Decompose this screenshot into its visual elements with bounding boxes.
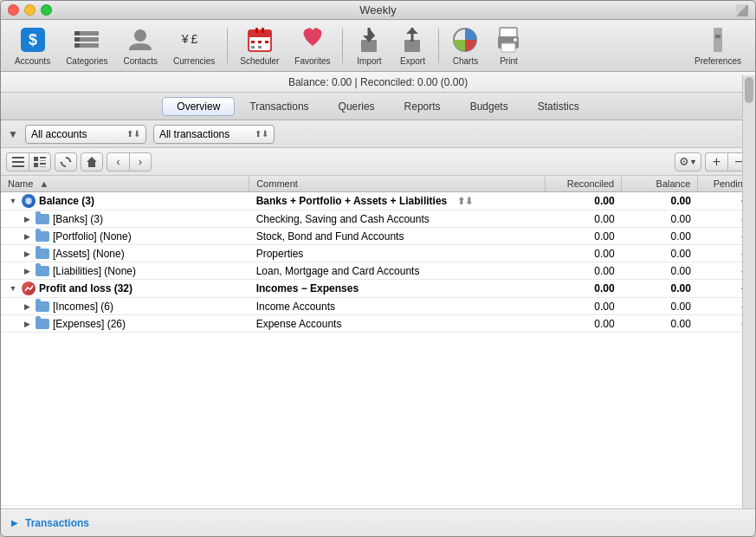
toolbar-contacts[interactable]: Contacts: [117, 23, 165, 69]
table-row[interactable]: ▶ [Expenses] (26) Expense Accounts 0.00 …: [1, 315, 755, 333]
svg-rect-17: [265, 41, 268, 43]
reconciled-cell: 0.00: [545, 262, 621, 280]
svg-rect-41: [40, 163, 46, 165]
toggle-expenses[interactable]: ▶: [22, 319, 32, 329]
svg-rect-12: [249, 30, 271, 37]
content-area: Name ▲ Comment Reconciled Balance Pendin…: [1, 176, 755, 508]
scheduler-label: Scheduler: [240, 56, 279, 66]
refresh-button[interactable]: [55, 152, 77, 171]
table-row[interactable]: ▼ Profit and loss (32) Incomes − Expense…: [1, 280, 755, 298]
toggle-portfolio[interactable]: ▶: [22, 231, 32, 242]
toolbar-currencies[interactable]: ¥ £ Currencies: [166, 23, 222, 69]
toolbar-accounts[interactable]: $ Accounts: [8, 23, 57, 69]
toolbar-export[interactable]: Export: [391, 23, 433, 69]
categories-label: Categories: [66, 56, 107, 66]
banks-folder-icon: [36, 214, 49, 224]
reconciled-cell: 0.00: [545, 280, 621, 298]
toggle-liabilities[interactable]: ▶: [22, 266, 32, 276]
toolbar-charts[interactable]: Charts: [444, 23, 486, 69]
close-button[interactable]: [8, 4, 19, 16]
bottom-panel: ▶ Transactions: [1, 508, 755, 536]
svg-rect-13: [255, 28, 258, 33]
reconciled-cell: 0.00: [545, 192, 621, 210]
toolbar-preferences[interactable]: Preferences: [688, 23, 748, 69]
gear-button[interactable]: ⚙ ▼: [675, 152, 701, 171]
table-row[interactable]: ▶ [Liabilities] (None) Loan, Mortgage an…: [1, 262, 755, 280]
nav-prev-button[interactable]: ‹: [107, 152, 129, 171]
export-label: Export: [400, 56, 425, 66]
tab-reports[interactable]: Reports: [390, 97, 456, 116]
contacts-icon: [126, 26, 154, 54]
minimize-button[interactable]: [24, 4, 36, 16]
home-button[interactable]: [81, 152, 103, 171]
transactions-filter[interactable]: All transactions ⬆⬇: [153, 125, 275, 144]
tabbar: Overview Transactions Queries Reports Bu…: [1, 93, 755, 120]
comment-cell: Properties: [249, 245, 546, 262]
svg-rect-14: [262, 28, 264, 33]
table-row[interactable]: ▶ [Incomes] (6) Income Accounts 0.00 0.0…: [1, 298, 755, 315]
resize-handle: [736, 4, 748, 16]
svg-rect-7: [74, 43, 80, 48]
tab-budgets[interactable]: Budgets: [456, 97, 523, 116]
balance-cell: 0.00: [622, 280, 698, 298]
svg-rect-38: [40, 157, 46, 159]
scrollbar-thumb[interactable]: [745, 77, 753, 103]
comment-cell: Stock, Bond and Fund Accounts: [249, 228, 546, 245]
balance-status: Balance: 0.00 | Reconciled: 0.00 (0.00): [288, 76, 468, 88]
toolbar-sep-3: [438, 29, 439, 63]
svg-rect-42: [40, 166, 46, 167]
th-reconciled[interactable]: Reconciled: [545, 176, 621, 192]
nav-next-button[interactable]: ›: [129, 152, 152, 171]
svg-rect-24: [404, 40, 420, 52]
comment-cell: Income Accounts: [249, 298, 546, 315]
tab-overview[interactable]: Overview: [162, 97, 235, 116]
toolbar-print[interactable]: Print: [488, 23, 529, 69]
table-row[interactable]: ▶ [Portfolio] (None) Stock, Bond and Fun…: [1, 228, 755, 245]
table-row[interactable]: ▶ [Banks] (3) Checking, Saving and Cash …: [1, 210, 755, 228]
titlebar: Weekly: [1, 1, 755, 20]
tab-transactions[interactable]: Transactions: [235, 97, 323, 116]
toolbar-scheduler[interactable]: Scheduler: [233, 23, 286, 69]
svg-rect-16: [258, 41, 262, 43]
toolbar-categories[interactable]: Categories: [59, 23, 114, 69]
preferences-label: Preferences: [695, 56, 741, 66]
svg-rect-6: [74, 37, 80, 42]
th-balance[interactable]: Balance: [622, 176, 698, 192]
svg-rect-32: [714, 28, 722, 52]
toolbar: $ Accounts Categories: [1, 20, 755, 72]
bottom-label[interactable]: Transactions: [25, 517, 89, 529]
toggle-incomes[interactable]: ▶: [22, 301, 32, 312]
balance-cell: 0.00: [622, 315, 698, 333]
table-row[interactable]: ▶ [Assets] (None) Properties 0.00 0.00 -…: [1, 245, 755, 262]
toggle-banks[interactable]: ▶: [22, 214, 32, 224]
print-label: Print: [500, 56, 518, 66]
maximize-button[interactable]: [41, 4, 52, 16]
reconciled-cell: 0.00: [545, 228, 621, 245]
filter-triangle[interactable]: ▼: [8, 128, 18, 140]
list-view-button[interactable]: [6, 152, 29, 171]
svg-rect-18: [251, 46, 255, 49]
toggle-assets[interactable]: ▶: [22, 249, 32, 259]
toggle-profit-loss[interactable]: ▼: [8, 283, 18, 294]
th-comment[interactable]: Comment: [249, 176, 546, 192]
toolbar-import[interactable]: Import: [348, 23, 390, 69]
svg-rect-15: [251, 41, 255, 43]
comment-cell: Expense Accounts: [249, 315, 546, 333]
reconciled-cell: 0.00: [545, 210, 621, 228]
add-button[interactable]: +: [705, 152, 727, 171]
table-row[interactable]: ▼ $ Balance (3): [1, 192, 755, 210]
bottom-triangle-icon[interactable]: ▶: [11, 518, 18, 527]
scrollbar-track[interactable]: [742, 75, 755, 508]
toolbar-favorites[interactable]: Favorites: [288, 23, 337, 69]
tab-queries[interactable]: Queries: [324, 97, 390, 116]
balance-cell: 0.00: [622, 210, 698, 228]
toggle-balance[interactable]: ▼: [8, 196, 18, 206]
detail-view-button[interactable]: [29, 152, 51, 171]
accounts-filter[interactable]: All accounts ⬆⬇: [25, 125, 146, 144]
sort-indicator: ▲: [39, 178, 48, 189]
th-name[interactable]: Name ▲: [1, 176, 249, 192]
window-controls: [8, 4, 52, 16]
svg-point-31: [514, 38, 517, 42]
tab-statistics[interactable]: Statistics: [523, 97, 594, 116]
balance-group-icon: $: [22, 194, 36, 208]
